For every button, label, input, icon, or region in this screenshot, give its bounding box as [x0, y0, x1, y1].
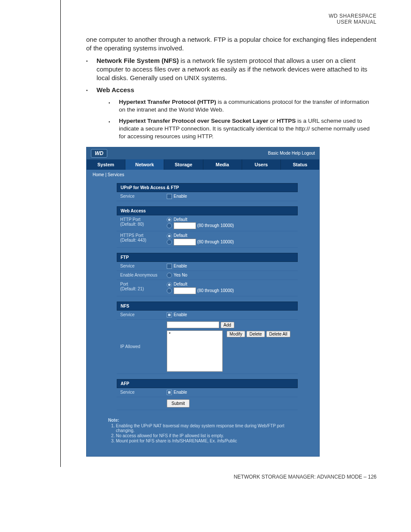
section-afp: AFP [117, 379, 298, 388]
label-default: Default [174, 233, 187, 238]
header-line2: USER MANUAL [60, 19, 377, 25]
tab-network[interactable]: Network [125, 159, 164, 170]
http-title: Hypertext Transfer Protocol (HTTP) [119, 99, 216, 105]
ftp-port-input[interactable] [174, 287, 196, 294]
add-button[interactable]: Add [221, 322, 234, 328]
note-2: No access allowed for NFS if the IP allo… [116, 433, 298, 438]
doc-header: WD SHARESPACE USER MANUAL [60, 13, 377, 25]
note-3: Mount point for NFS share is /nfs/SHAREN… [116, 439, 298, 443]
top-links[interactable]: Basic Mode Help Logout [268, 151, 315, 156]
breadcrumb[interactable]: Home | Services [87, 170, 319, 180]
label-enable: Enable [174, 312, 187, 317]
label-range: (80 through 10000) [197, 223, 234, 228]
label-default: Default [174, 217, 187, 222]
note-1: Enabling the UPnP NAT traversal may dela… [116, 423, 298, 433]
label-service: Service [117, 311, 163, 320]
nfs-enable-checkbox[interactable] [167, 312, 172, 317]
http-port-input[interactable] [174, 222, 196, 229]
label-https-port: HTTPS Port [120, 233, 160, 238]
notes-title: Note: [108, 418, 298, 423]
label-port-default: (Default: 21) [120, 286, 160, 291]
http-custom-radio[interactable] [167, 223, 172, 228]
https-custom-radio[interactable] [167, 240, 172, 245]
label-range: (80 through 10000) [197, 288, 234, 292]
ip-input[interactable] [167, 321, 219, 328]
ftp-continuation: one computer to another through a networ… [86, 35, 377, 53]
tab-media[interactable]: Media [203, 159, 242, 170]
submit-button[interactable]: Submit [167, 399, 190, 408]
https-or: or [268, 118, 277, 124]
tab-users[interactable]: Users [242, 159, 281, 170]
modify-button[interactable]: Modify [227, 331, 245, 337]
section-ftp: FTP [117, 253, 298, 262]
https-bold: HTTPS [277, 118, 296, 124]
tab-system[interactable]: System [87, 159, 125, 170]
delete-all-button[interactable]: Delete All [266, 331, 290, 337]
tab-status[interactable]: Status [281, 159, 319, 170]
http-default-radio[interactable] [167, 217, 172, 222]
section-upnp: UPnP for Web Access & FTP [117, 183, 298, 192]
ftp-custom-radio[interactable] [167, 288, 172, 293]
ftp-enable-checkbox[interactable] [167, 264, 172, 269]
label-yes: Yes [174, 273, 181, 277]
label-service: Service [117, 388, 163, 397]
nfs-item: Network File System (NFS) is a network f… [97, 56, 377, 83]
label-anonymous: Enable Anonymous [117, 271, 163, 280]
nfs-title: Network File System (NFS) [97, 57, 179, 64]
bullet-icon: ▪ [109, 98, 119, 114]
label-enable: Enable [174, 194, 187, 199]
bullet-icon: ▪ [86, 86, 97, 140]
http-item: Hypertext Transfer Protocol (HTTP) is a … [119, 98, 377, 114]
tab-storage[interactable]: Storage [164, 159, 203, 170]
https-default-radio[interactable] [167, 233, 172, 239]
ftp-default-radio[interactable] [167, 282, 172, 287]
label-range: (80 through 10000) [197, 239, 234, 244]
label-enable: Enable [174, 264, 187, 268]
label-port: Port [120, 282, 160, 286]
web-title: Web Access [97, 86, 134, 93]
page-footer: NETWORK STORAGE MANAGER: ADVANCED MODE –… [60, 474, 377, 480]
https-title: Hypertext Transfer Protocol over Secure … [119, 118, 268, 124]
https-port-input[interactable] [174, 239, 196, 246]
label-service: Service [117, 262, 163, 271]
bullet-icon: ▪ [86, 56, 97, 83]
bullet-icon: ▪ [109, 117, 119, 141]
https-item: Hypertext Transfer Protocol over Secure … [119, 117, 377, 141]
label-https-default: (Default: 443) [120, 238, 160, 243]
label-http-port: HTTP Port [120, 217, 160, 222]
label-default: Default [174, 282, 187, 286]
label-enable: Enable [174, 390, 187, 395]
label-service: Service [117, 192, 163, 201]
upnp-enable-checkbox[interactable] [167, 194, 172, 199]
section-web: Web Access [117, 206, 298, 215]
ip-listbox[interactable]: * [167, 330, 223, 372]
label-http-default: (Default: 80) [120, 222, 160, 227]
label-ip-allowed: IP Allowed [117, 320, 163, 374]
label-no: No [182, 273, 187, 277]
afp-enable-checkbox[interactable] [167, 390, 172, 395]
anon-yes-radio[interactable] [167, 273, 172, 278]
wd-logo: WD [91, 149, 107, 158]
section-nfs: NFS [117, 302, 298, 311]
header-line1: WD SHARESPACE [60, 13, 377, 19]
delete-button[interactable]: Delete [246, 331, 265, 337]
